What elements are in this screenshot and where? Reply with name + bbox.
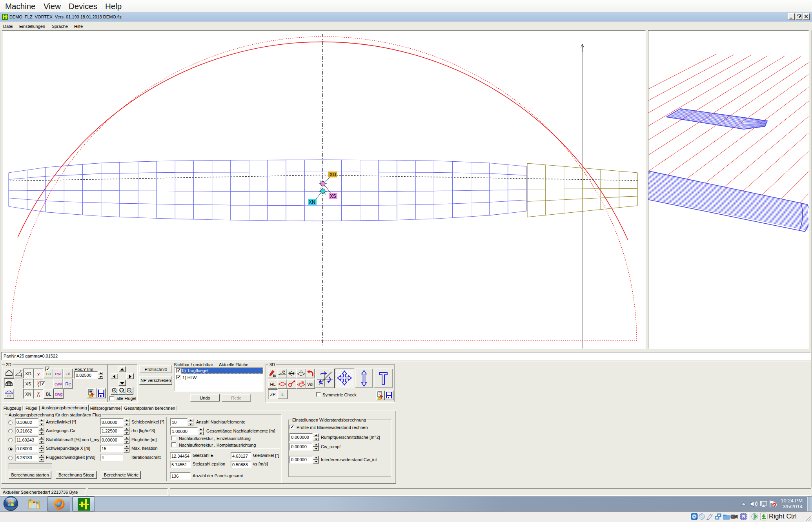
svg-text:XN: XN — [309, 199, 315, 205]
svg-text:XS: XS — [330, 193, 336, 199]
svg-text:U: U — [743, 515, 745, 518]
svg-text:1:1: 1:1 — [120, 389, 124, 392]
svg-text:XD: XD — [330, 172, 336, 177]
svg-text:α: α — [282, 369, 284, 373]
